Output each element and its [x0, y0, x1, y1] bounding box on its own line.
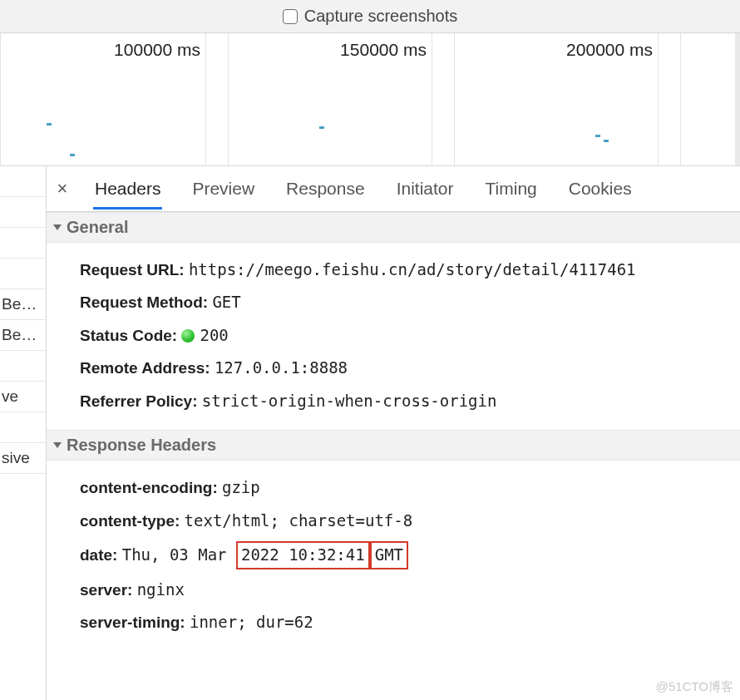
server-timing: server-timing: inner; dur=62: [80, 610, 728, 634]
date-highlight-box-tz: GMT: [370, 541, 408, 569]
section-general-header[interactable]: General: [47, 212, 740, 243]
kv-key: Request URL:: [80, 261, 185, 279]
toolbar-row: Capture screenshots: [0, 0, 740, 33]
kv-key: Remote Address:: [80, 359, 210, 377]
chevron-down-icon: [53, 224, 62, 230]
request-method: Request Method: GET: [80, 290, 728, 314]
timeline-marker: [47, 123, 52, 126]
timeline-gridline: [0, 33, 1, 165]
response-headers-block: content-encoding: gzip content-type: tex…: [47, 461, 740, 651]
list-item[interactable]: [0, 351, 46, 382]
checkbox-icon[interactable]: [283, 9, 298, 24]
kv-value: text/html; charset=utf-8: [185, 511, 413, 530]
timeline-marker: [604, 140, 609, 142]
capture-screenshots-toggle[interactable]: Capture screenshots: [283, 7, 458, 26]
detail-tabs: × HeadersPreviewResponseInitiatorTimingC…: [47, 166, 740, 212]
kv-value: Thu, 03 Mar 2022 10:32:41GMT: [122, 545, 408, 564]
kv-value: https://meego.feishu.cn/ad/story/detail/…: [189, 260, 636, 279]
list-item[interactable]: [0, 412, 46, 443]
section-title: General: [67, 218, 128, 237]
date-highlight-box: 2022 10:32:41: [236, 541, 370, 569]
timeline-gridline: [205, 33, 206, 165]
timeline-gridline: [680, 33, 681, 165]
tab-initiator[interactable]: Initiator: [395, 169, 456, 210]
timeline-marker: [319, 126, 324, 129]
timeline-gridline: [228, 33, 229, 165]
tab-headers[interactable]: Headers: [93, 169, 162, 210]
list-item[interactable]: [0, 197, 46, 228]
kv-key: server-timing:: [80, 614, 185, 631]
tab-preview[interactable]: Preview: [190, 169, 256, 210]
timeline-scrollbar[interactable]: [735, 33, 740, 165]
tab-cookies[interactable]: Cookies: [567, 169, 634, 210]
kv-key: Referrer Policy:: [80, 392, 198, 410]
list-item[interactable]: Be…: [0, 289, 46, 320]
timeline-marker: [595, 135, 600, 137]
capture-label: Capture screenshots: [304, 7, 458, 26]
list-item[interactable]: Be…: [0, 320, 46, 351]
referrer-policy: Referrer Policy: strict-origin-when-cros…: [80, 389, 728, 413]
kv-key: content-type:: [80, 512, 180, 530]
general-block: Request URL: https://meego.feishu.cn/ad/…: [47, 243, 740, 430]
request-list-sidebar[interactable]: Be…Be…vesive: [0, 166, 47, 700]
content-encoding: content-encoding: gzip: [80, 476, 728, 500]
kv-value: inner; dur=62: [190, 613, 313, 631]
timeline-tick-label: 200000 ms: [566, 40, 653, 60]
kv-value: GET: [212, 293, 240, 311]
network-timeline[interactable]: 100000 ms150000 ms200000 ms: [0, 33, 740, 166]
kv-key: server:: [80, 581, 132, 599]
list-item[interactable]: [0, 228, 46, 259]
date-header: date: Thu, 03 Mar 2022 10:32:41GMT: [80, 541, 728, 569]
list-item[interactable]: ve: [0, 382, 46, 412]
tab-response[interactable]: Response: [284, 169, 367, 210]
request-url: Request URL: https://meego.feishu.cn/ad/…: [80, 258, 728, 282]
kv-value: strict-origin-when-cross-origin: [202, 392, 497, 410]
kv-key: Status Code:: [80, 327, 177, 344]
status-dot-icon: [181, 329, 195, 343]
timeline-tick-label: 150000 ms: [340, 40, 427, 60]
kv-value: nginx: [137, 580, 185, 599]
remote-address: Remote Address: 127.0.0.1:8888: [80, 356, 728, 380]
chevron-down-icon: [53, 442, 62, 448]
kv-key: date:: [80, 546, 117, 564]
list-item[interactable]: [0, 259, 46, 289]
list-item[interactable]: sive: [0, 443, 46, 474]
server: server: nginx: [80, 578, 728, 602]
detail-split: Be…Be…vesive × HeadersPreviewResponseIni…: [0, 166, 740, 700]
content-type: content-type: text/html; charset=utf-8: [80, 509, 728, 533]
timeline-tick-label: 100000 ms: [114, 40, 200, 60]
section-response-headers-header[interactable]: Response Headers: [47, 430, 740, 461]
timeline-gridline: [658, 33, 659, 165]
kv-key: content-encoding:: [80, 479, 218, 496]
status-code: Status Code: 200: [80, 323, 728, 348]
detail-panel: × HeadersPreviewResponseInitiatorTimingC…: [47, 166, 740, 700]
timeline-gridline: [454, 33, 455, 165]
timeline-marker: [70, 154, 75, 156]
section-title: Response Headers: [67, 436, 216, 455]
date-prefix: Thu, 03 Mar: [122, 545, 227, 564]
watermark: @51CTO博客: [656, 679, 733, 695]
tab-timing[interactable]: Timing: [484, 169, 539, 210]
list-item[interactable]: [0, 166, 46, 197]
kv-value: 200: [200, 326, 228, 344]
kv-key: Request Method:: [80, 293, 208, 311]
kv-value: 127.0.0.1:8888: [215, 358, 348, 377]
close-icon[interactable]: ×: [53, 178, 72, 200]
timeline-gridline: [432, 33, 432, 165]
kv-value: gzip: [222, 478, 260, 496]
